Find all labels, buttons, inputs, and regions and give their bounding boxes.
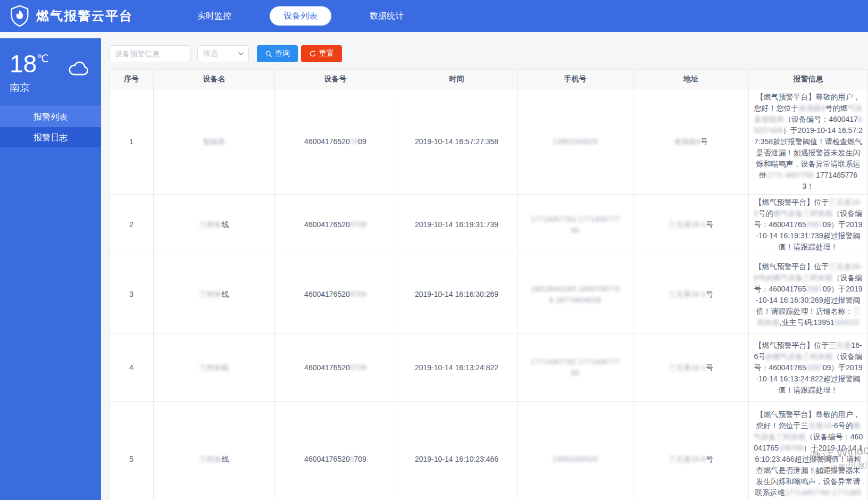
- sidebar-item-1[interactable]: 报警日志: [0, 127, 101, 147]
- alarm-info-search-input[interactable]: [109, 45, 190, 62]
- address-cell: 三元巷16-6号: [633, 402, 749, 500]
- phone-cell: 17714357762 177143577760: [518, 195, 633, 255]
- alarm-log-table-wrap: 序号设备名设备号时间手机号地址报警信息 1智能表4600417652074092…: [109, 69, 868, 500]
- top-nav: 实时监控设备列表数据统计: [183, 6, 418, 26]
- time-cell: 2019-10-14 16:13:24:822: [396, 334, 518, 402]
- reset-button[interactable]: 重置: [301, 45, 342, 62]
- temperature-unit: ℃: [37, 52, 48, 65]
- address-cell: 来燕路4号: [633, 89, 749, 195]
- phone-cell: 17714357762 177143577760: [518, 334, 633, 402]
- device-name-cell: 三村米线: [154, 255, 275, 334]
- index-cell: 4: [110, 334, 154, 402]
- index-cell: 5: [110, 402, 154, 500]
- alarm-info-cell: 【燃气预警平台】尊敬的用户，您好！您位于三元巷16-6号的燃气设备三村米线（设备…: [749, 402, 868, 500]
- chevron-down-icon: [238, 51, 244, 57]
- alarm-log-table: 序号设备名设备号时间手机号地址报警信息 1智能表4600417652074092…: [109, 69, 868, 500]
- index-cell: 2: [110, 195, 154, 255]
- time-cell: 2019-10-14 16:19:31:739: [396, 195, 518, 255]
- table-row: 1智能表4600417652074092019-10-14 16:57:27:3…: [110, 89, 868, 195]
- time-cell: 2019-10-14 16:57:27:358: [396, 89, 518, 195]
- city-label: 南京: [10, 81, 91, 95]
- reset-button-label: 重置: [319, 49, 334, 59]
- alarm-info-cell: 【燃气预警平台】位于三元巷16-6号的燃气设备三村米线（设备编号：4600417…: [749, 195, 868, 255]
- sidebar: 18 ℃ 南京 报警列表报警日志: [0, 38, 101, 500]
- app-logo: [9, 5, 31, 27]
- address-cell: 三元巷16-1号: [633, 255, 749, 334]
- table-row: 3三村米线4600417652067092019-10-14 16:16:30:…: [110, 255, 868, 334]
- device-no-cell: 460041765207409: [275, 89, 396, 195]
- device-no-cell: 460041765206709: [275, 402, 396, 500]
- device-name-cell: 三村米线: [154, 195, 275, 255]
- status-select-placeholder: 状态: [203, 49, 218, 59]
- column-header-2: 设备号: [275, 70, 396, 89]
- alarm-info-cell: 【燃气预警平台】位于三元巷16-6号的燃气设备三村米线（设备编号：4600417…: [749, 255, 868, 334]
- main-content: 状态 查询 重置 序号设备名设备号时间手机号地址报警: [109, 32, 868, 500]
- app-header: 燃气报警云平台 实时监控设备列表数据统计: [0, 0, 868, 32]
- time-cell: 2019-10-14 16:16:30:269: [396, 255, 518, 334]
- address-cell: 三元巷16-1号: [633, 195, 749, 255]
- table-row: 2三村米线4600417652067092019-10-14 16:19:31:…: [110, 195, 868, 255]
- device-no-cell: 460041765206709: [275, 255, 396, 334]
- search-icon: [265, 50, 272, 57]
- phone-cell: 18918041065 18957067706 18770604029: [518, 255, 633, 334]
- alarm-info-cell: 【燃气预警平台】尊敬的用户，您好！您位于来燕路4号的燃气设备智能表（设备编号：4…: [749, 89, 868, 195]
- sidebar-menu: 报警列表报警日志: [0, 106, 101, 147]
- shield-flame-icon: [9, 5, 31, 27]
- phone-cell: 13951000020: [518, 402, 633, 500]
- table-row: 5三村米线4600417652067092019-10-14 16:10:23:…: [110, 402, 868, 500]
- page-title: 燃气报警云平台: [36, 7, 133, 24]
- table-body: 1智能表4600417652074092019-10-14 16:57:27:3…: [110, 89, 868, 500]
- cloud-icon: [67, 61, 90, 77]
- device-no-cell: 460041765206709: [275, 195, 396, 255]
- column-header-6: 报警信息: [749, 70, 868, 89]
- search-button-label: 查询: [275, 49, 290, 59]
- column-header-3: 时间: [396, 70, 518, 89]
- device-name-cell: 三村米线: [154, 334, 275, 402]
- column-header-0: 序号: [110, 70, 154, 89]
- temperature-value: 18: [10, 51, 37, 77]
- device-name-cell: 三村米线: [154, 402, 275, 500]
- index-cell: 3: [110, 255, 154, 334]
- status-select[interactable]: 状态: [197, 45, 249, 62]
- column-header-5: 地址: [633, 70, 749, 89]
- alarm-info-cell: 【燃气预警平台】位于三元巷16-6号的燃气设备三村米线（设备编号：4600417…: [749, 334, 868, 402]
- top-tab-2[interactable]: 数据统计: [356, 6, 418, 26]
- top-tab-0[interactable]: 实时监控: [183, 6, 245, 26]
- filter-bar: 状态 查询 重置: [109, 45, 868, 62]
- column-header-4: 手机号: [518, 70, 633, 89]
- column-header-1: 设备名: [154, 70, 275, 89]
- time-cell: 2019-10-14 16:10:23:466: [396, 402, 518, 500]
- table-row: 4三村米线4600417652067092019-10-14 16:13:24:…: [110, 334, 868, 402]
- top-tab-1[interactable]: 设备列表: [270, 6, 331, 26]
- search-button[interactable]: 查询: [257, 45, 298, 62]
- device-name-cell: 智能表: [154, 89, 275, 195]
- weather-card: 18 ℃ 南京: [0, 38, 101, 106]
- address-cell: 三元巷16-1号: [633, 334, 749, 402]
- phone-cell: 13951004025: [518, 89, 633, 195]
- index-cell: 1: [110, 89, 154, 195]
- refresh-icon: [309, 50, 316, 57]
- device-no-cell: 460041765206709: [275, 334, 396, 402]
- table-header-row: 序号设备名设备号时间手机号地址报警信息: [110, 70, 868, 89]
- sidebar-item-0[interactable]: 报警列表: [0, 106, 101, 127]
